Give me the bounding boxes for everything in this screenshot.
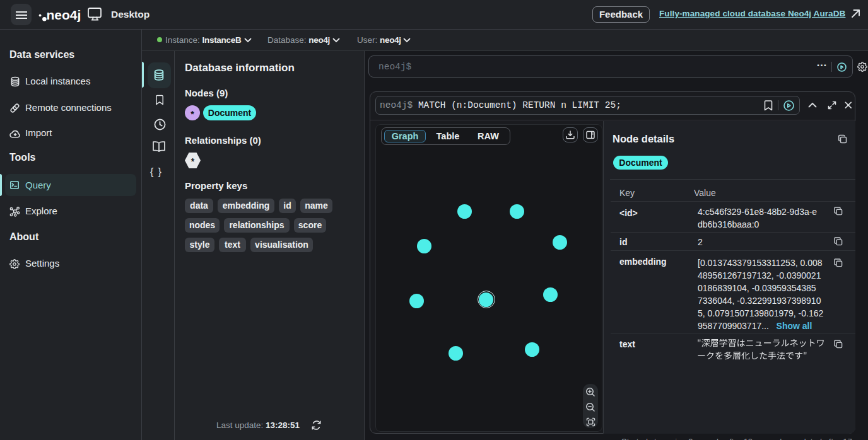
svg-text:neo4j: neo4j <box>47 8 81 22</box>
